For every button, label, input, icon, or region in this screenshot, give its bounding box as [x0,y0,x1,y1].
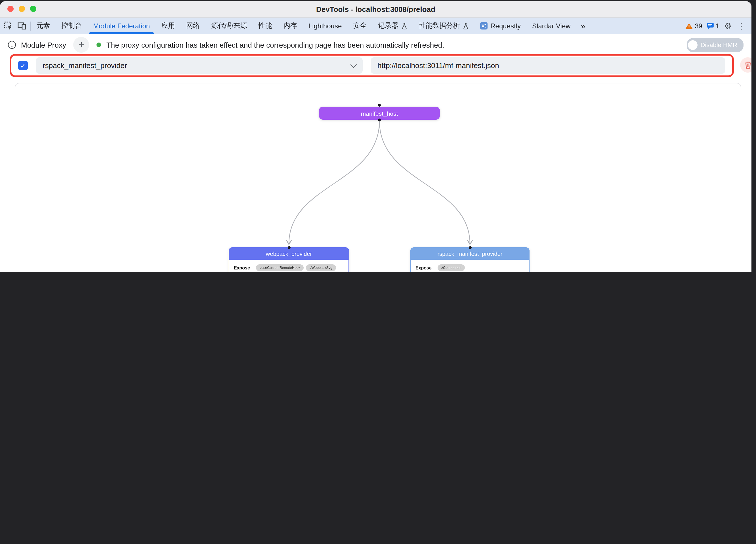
proxy-status-message: The proxy configuration has taken effect… [106,41,444,49]
inspect-element-icon[interactable] [4,22,12,30]
close-window-button[interactable] [7,6,14,12]
devtools-tabbar: 元素控制台Module Federation应用网络源代码/来源性能内存Ligh… [0,18,751,34]
devtools-tab-lighthouse[interactable]: Lighthouse [303,18,347,34]
devtools-tab-item[interactable]: 内存 [278,18,303,34]
disable-hmr-toggle[interactable]: Disable HMR [687,38,744,52]
module-tag: ./useCustomRemoteHook [256,265,304,271]
tab-label: Requestly [490,22,521,30]
warnings-counter[interactable]: 39 [685,22,702,29]
devtools-tab-requestly[interactable]: Requestly [474,18,526,34]
devtools-tab-item[interactable]: 源代码/来源 [205,18,253,34]
devtools-tab-item[interactable]: 性能数据分析 [413,18,474,34]
add-proxy-button[interactable]: + [73,37,89,53]
proxy-enabled-checkbox[interactable]: ✓ [18,61,28,70]
tab-label: 网络 [186,21,200,31]
devtools-tab-item[interactable]: 元素 [31,18,56,34]
node-rspack-provider[interactable]: rspack_manifest_providerExpose./Componen… [410,247,530,272]
flask-icon [401,22,408,29]
handle-webpack-top [287,246,290,249]
tab-label: 应用 [161,21,175,31]
issues-bubble-icon [707,22,714,29]
flask-icon [463,22,469,29]
section-tags: ./Component [438,265,524,271]
proxy-config-row: ✓ rspack_manifest_provider http://localh… [10,54,734,77]
tab-label: 控制台 [61,21,82,31]
warning-count: 39 [695,22,702,29]
issues-count: 1 [716,22,719,29]
device-toolbar-icon[interactable] [18,22,26,30]
module-tag: ./Component [438,265,465,271]
handle-host-top [378,104,381,107]
handle-rspack-top [469,246,471,249]
tabbar-right: 39 1 ⚙ ⋮ [685,18,751,34]
screen: DevTools - localhost:3008/preload 元素控制台M… [0,0,756,272]
tab-label: Lighthouse [308,22,342,30]
issues-counter[interactable]: 1 [707,22,719,29]
node-webpack-provider[interactable]: webpack_providerExpose./useCustomRemoteH… [229,247,349,272]
devtools-tabs: 元素控制台Module Federation应用网络源代码/来源性能内存Ligh… [31,18,576,34]
chevron-down-icon [350,61,357,68]
tab-label: 记录器 [378,21,398,31]
warning-triangle-icon [685,22,693,29]
minimize-window-button[interactable] [19,6,25,12]
more-tabs-button[interactable]: » [576,18,590,34]
node-title: webpack_provider [229,248,348,260]
node-body: Expose./ComponentSharedreactreact-domrea… [411,260,529,272]
info-icon: i [8,41,16,49]
delete-proxy-button[interactable] [740,57,751,73]
maximize-window-button[interactable] [30,6,36,12]
trash-icon [744,61,751,69]
section-label: Expose [234,265,253,272]
tab-label: 性能数据分析 [419,21,460,31]
devtools-tab-module-federation[interactable]: Module Federation [87,18,156,34]
devtools-tab-item[interactable]: 控制台 [56,18,87,34]
devtools-tab-item[interactable]: 网络 [180,18,205,34]
provider-select-value: rspack_manifest_provider [43,61,127,70]
node-body: Expose./useCustomRemoteHook./WebpackSvg.… [229,260,348,272]
settings-gear-icon[interactable]: ⚙ [724,22,732,30]
devtools-tab-item[interactable]: 记录器 [372,18,413,34]
toggle-knob [688,40,698,50]
tab-label: 内存 [283,21,297,31]
tabbar-tools [0,18,30,34]
titlebar: DevTools - localhost:3008/preload [0,1,751,18]
devtools-window: DevTools - localhost:3008/preload 元素控制台M… [0,1,751,272]
manifest-url-value: http://localhost:3011/mf-manifest.json [377,61,499,70]
module-graph-canvas[interactable]: manifest_host webpack_providerExpose./us… [15,83,741,272]
devtools-tab-item[interactable]: 安全 [347,18,372,34]
window-title: DevTools - localhost:3008/preload [316,5,435,13]
tab-label: 源代码/来源 [211,21,247,31]
devtools-tab-item[interactable]: 性能 [253,18,278,34]
node-section-expose: Expose./Component [415,265,524,271]
tab-label: 元素 [36,21,50,31]
module-proxy-title: Module Proxy [21,41,66,49]
node-manifest-host[interactable]: manifest_host [319,107,440,120]
module-proxy-header: i Module Proxy + The proxy configuration… [0,34,751,56]
manifest-url-input[interactable]: http://localhost:3011/mf-manifest.json [371,57,725,74]
traffic-lights [7,6,36,12]
section-tags: ./useCustomRemoteHook./WebpackSvg./Webpa… [256,265,344,272]
tab-label: 性能 [259,21,272,31]
toggle-label: Disable HMR [698,41,742,48]
provider-select[interactable]: rspack_manifest_provider [36,57,363,74]
host-node-label: manifest_host [361,110,398,117]
handle-host-bottom [378,118,381,121]
devtools-menu-icon[interactable]: ⋮ [736,22,745,30]
devtools-tab-slardar-view[interactable]: Slardar View [526,18,576,34]
devtools-tab-item[interactable]: 应用 [156,18,180,34]
tab-label: Module Federation [93,22,150,30]
node-title: rspack_manifest_provider [411,248,529,260]
tab-label: 安全 [353,21,367,31]
tab-label: Slardar View [532,22,571,30]
module-tag: ./WebpackSvg [306,265,336,271]
status-dot [97,43,101,47]
section-label: Expose [415,265,435,271]
requestly-icon [480,22,488,30]
node-section-expose: Expose./useCustomRemoteHook./WebpackSvg.… [234,265,344,272]
